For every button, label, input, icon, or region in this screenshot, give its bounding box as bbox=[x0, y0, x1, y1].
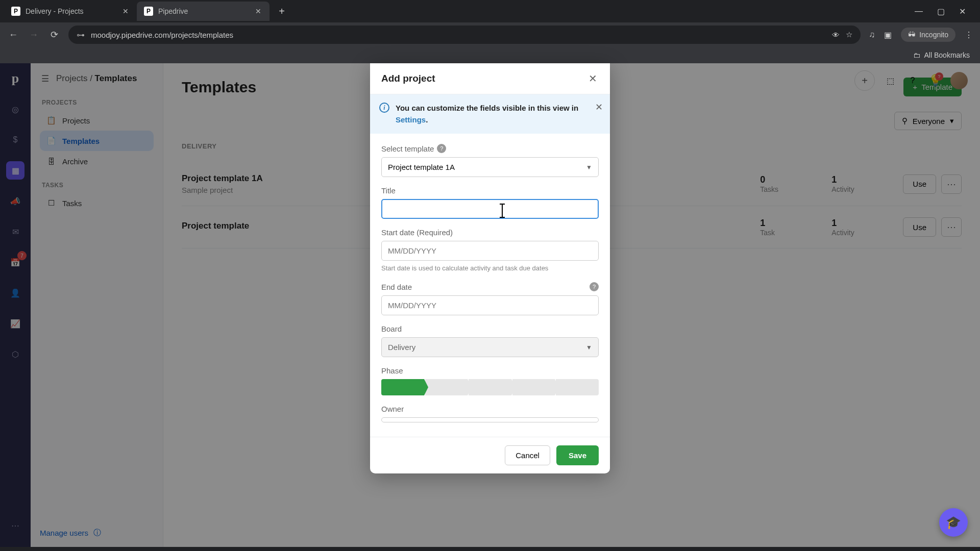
app-container: p ◎ $ ▦ 📣 ✉ 📅7 👤 📈 ⬡ ⋯ ☰ Projects / Temp… bbox=[0, 63, 980, 547]
field-owner: Owner bbox=[381, 405, 599, 422]
start-date-input[interactable] bbox=[381, 241, 599, 261]
forward-icon: → bbox=[28, 29, 40, 41]
field-phase: Phase bbox=[381, 366, 599, 395]
chevron-down-icon: ▼ bbox=[586, 344, 592, 351]
help-icon[interactable]: ? bbox=[590, 282, 599, 291]
close-icon[interactable]: ✕ bbox=[121, 7, 130, 15]
close-window-icon[interactable]: ✕ bbox=[959, 7, 966, 16]
bookmarks-bar: 🗀 All Bookmarks bbox=[0, 47, 980, 63]
label-text: Phase bbox=[381, 366, 403, 375]
media-icon[interactable]: ♫ bbox=[869, 30, 875, 39]
incognito-icon: 🕶 bbox=[908, 31, 915, 39]
field-hint: Start date is used to calculate activity… bbox=[381, 264, 599, 273]
phase-segment[interactable] bbox=[469, 379, 511, 395]
eye-off-icon[interactable]: 👁 bbox=[832, 31, 840, 39]
label-text: End date bbox=[381, 283, 412, 291]
academy-fab[interactable]: 🎓 bbox=[939, 508, 968, 537]
star-icon[interactable]: ☆ bbox=[846, 30, 852, 39]
browser-chrome: P Delivery - Projects ✕ P Pipedrive ✕ + … bbox=[0, 0, 980, 63]
browser-tab[interactable]: P Pipedrive ✕ bbox=[137, 2, 270, 21]
owner-select[interactable] bbox=[381, 417, 599, 422]
close-icon[interactable]: ✕ bbox=[586, 72, 599, 85]
field-label: End date ? bbox=[381, 282, 599, 291]
tab-title: Pipedrive bbox=[158, 7, 249, 15]
info-suffix: . bbox=[426, 115, 428, 124]
all-bookmarks-button[interactable]: 🗀 All Bookmarks bbox=[913, 51, 970, 59]
save-button[interactable]: Save bbox=[556, 445, 599, 465]
field-end-date: End date ? bbox=[381, 282, 599, 315]
menu-icon[interactable]: ⋮ bbox=[965, 30, 973, 40]
chevron-down-icon: ▼ bbox=[586, 164, 592, 171]
back-icon[interactable]: ← bbox=[7, 29, 19, 41]
incognito-badge[interactable]: 🕶 Incognito bbox=[901, 28, 955, 42]
favicon-icon: P bbox=[144, 7, 153, 16]
tab-title: Delivery - Projects bbox=[26, 7, 116, 15]
template-select[interactable]: Project template 1A ▼ bbox=[381, 157, 599, 177]
minimize-icon[interactable]: — bbox=[915, 7, 923, 16]
label-text: Title bbox=[381, 186, 396, 195]
phase-segment[interactable] bbox=[512, 379, 555, 395]
bookmarks-label: All Bookmarks bbox=[924, 51, 970, 59]
info-banner: i You can customize the fields visible i… bbox=[370, 94, 610, 134]
modal-footer: Cancel Save bbox=[370, 437, 610, 473]
reload-icon[interactable]: ⟳ bbox=[48, 29, 60, 41]
browser-tab[interactable]: P Delivery - Projects ✕ bbox=[4, 2, 137, 21]
field-label: Board bbox=[381, 324, 599, 333]
field-template: Select template ? Project template 1A ▼ bbox=[381, 144, 599, 177]
label-text: Board bbox=[381, 324, 402, 333]
field-label: Select template ? bbox=[381, 144, 599, 153]
field-start-date: Start date (Required) Start date is used… bbox=[381, 228, 599, 273]
field-label: Title bbox=[381, 186, 599, 195]
label-text: Start date (Required) bbox=[381, 228, 453, 237]
select-value: Project template 1A bbox=[388, 163, 455, 171]
board-select[interactable]: Delivery ▼ bbox=[381, 337, 599, 357]
field-label: Start date (Required) bbox=[381, 228, 599, 237]
incognito-label: Incognito bbox=[919, 31, 948, 39]
label-text: Select template bbox=[381, 144, 434, 153]
tab-bar: P Delivery - Projects ✕ P Pipedrive ✕ + … bbox=[0, 0, 980, 22]
field-title: Title bbox=[381, 186, 599, 219]
nav-bar: ← → ⟳ ⊶ moodjoy.pipedrive.com/projects/t… bbox=[0, 22, 980, 47]
favicon-icon: P bbox=[11, 7, 20, 16]
new-tab-button[interactable]: + bbox=[274, 3, 290, 19]
phase-segment[interactable] bbox=[556, 379, 599, 395]
site-settings-icon[interactable]: ⊶ bbox=[77, 30, 85, 40]
help-icon[interactable]: ? bbox=[437, 144, 446, 153]
form-content: Select template ? Project template 1A ▼ … bbox=[370, 134, 610, 437]
field-label: Phase bbox=[381, 366, 599, 375]
info-icon: i bbox=[379, 103, 389, 113]
select-value: Delivery bbox=[388, 343, 415, 352]
cancel-button[interactable]: Cancel bbox=[505, 445, 550, 465]
info-prefix: You can customize the fields visible in … bbox=[396, 104, 578, 112]
url-bar[interactable]: ⊶ moodjoy.pipedrive.com/projects/templat… bbox=[68, 26, 861, 44]
end-date-input[interactable] bbox=[381, 295, 599, 315]
field-label: Owner bbox=[381, 405, 599, 413]
panel-icon[interactable]: ▣ bbox=[884, 30, 892, 40]
settings-link[interactable]: Settings bbox=[396, 115, 426, 124]
phase-segment[interactable] bbox=[381, 379, 424, 395]
title-input[interactable] bbox=[381, 199, 599, 219]
modal-title: Add project bbox=[381, 73, 435, 84]
field-board: Board Delivery ▼ bbox=[381, 324, 599, 357]
url-text: moodjoy.pipedrive.com/projects/templates bbox=[91, 31, 826, 39]
close-icon[interactable]: ✕ bbox=[254, 7, 262, 15]
modal-body[interactable]: i You can customize the fields visible i… bbox=[370, 94, 610, 437]
close-icon[interactable]: ✕ bbox=[595, 102, 603, 113]
folder-icon: 🗀 bbox=[913, 51, 920, 59]
graduation-cap-icon: 🎓 bbox=[946, 515, 961, 530]
add-project-modal: Add project ✕ i You can customize the fi… bbox=[370, 63, 610, 473]
window-controls: — ▢ ✕ bbox=[915, 7, 976, 16]
phase-bar[interactable] bbox=[381, 379, 599, 395]
modal-header: Add project ✕ bbox=[370, 63, 610, 94]
maximize-icon[interactable]: ▢ bbox=[937, 7, 945, 16]
label-text: Owner bbox=[381, 405, 404, 413]
phase-segment[interactable] bbox=[425, 379, 468, 395]
info-text: You can customize the fields visible in … bbox=[396, 103, 601, 126]
nav-right: ♫ ▣ 🕶 Incognito ⋮ bbox=[869, 28, 973, 42]
